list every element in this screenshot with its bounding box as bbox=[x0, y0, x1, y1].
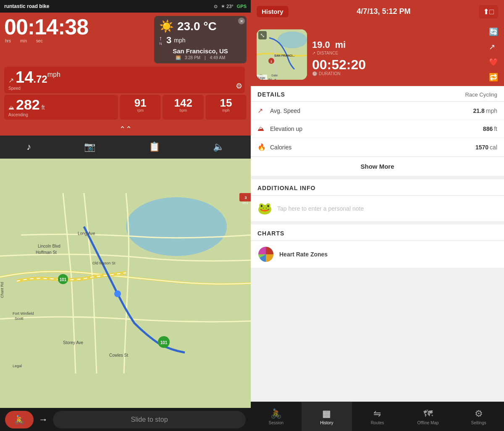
toolbar: ♪ 📷 📋 🔈 bbox=[0, 136, 251, 159]
arrow-icon: → bbox=[39, 414, 48, 425]
calories-value: 1570 bbox=[475, 144, 488, 151]
calories-unit: cal bbox=[490, 144, 497, 151]
svg-text:Legal: Legal bbox=[13, 364, 22, 368]
additional-info-title: ADDITIONAL INFO bbox=[257, 185, 315, 191]
music-icon[interactable]: ♪ bbox=[26, 141, 31, 152]
routes-tab-label: Routes bbox=[371, 421, 384, 425]
bpm-value: 142 bbox=[166, 97, 200, 108]
distance-display: 19.0 mi bbox=[312, 33, 484, 51]
sunrise-icon: 🌅 bbox=[176, 55, 181, 60]
ascending-value: 282 bbox=[16, 97, 40, 112]
charts-header: CHARTS bbox=[251, 225, 504, 241]
calories-row: 🔥 Calories 1570 cal bbox=[251, 138, 504, 157]
ascending-box: ⛰ 282 ft Ascending bbox=[4, 95, 118, 120]
share-side-icon[interactable]: 🔁 bbox=[489, 73, 498, 82]
route-icon[interactable]: 📋 bbox=[149, 141, 160, 152]
speed-value: 14.72mph bbox=[16, 69, 60, 85]
tab-session[interactable]: 🚴 Session bbox=[251, 402, 302, 431]
voice-icon[interactable]: 🔈 bbox=[213, 141, 224, 152]
distance-unit: mi bbox=[335, 39, 346, 50]
distance-label: ↗ DISTANCE bbox=[312, 51, 484, 55]
svg-text:SAN FRANCI...: SAN FRANCI... bbox=[274, 54, 295, 57]
max-speed-label: mph bbox=[209, 108, 243, 112]
compass-icon: ⊙ bbox=[214, 4, 218, 9]
heart-rate-chart-row[interactable]: Heart Rate Zones bbox=[251, 241, 504, 268]
svg-text:Gate: Gate bbox=[271, 74, 278, 77]
heart-icon[interactable]: ❤️ bbox=[489, 57, 498, 67]
svg-text:Legal: Legal bbox=[258, 76, 265, 80]
slide-text[interactable]: Slide to stop bbox=[53, 411, 246, 428]
speed-icon: ↗ bbox=[8, 76, 14, 84]
share-button[interactable]: ⬆□ bbox=[479, 5, 498, 18]
details-header: DETAILS Race Cycling bbox=[251, 86, 504, 102]
svg-text:3: 3 bbox=[244, 196, 247, 200]
tab-offline-map[interactable]: 🗺 Offline Map bbox=[403, 402, 454, 431]
bpm-label: bpm bbox=[166, 108, 200, 112]
speed-row: ↗ 14.72mph Speed ⚙ bbox=[4, 67, 247, 93]
expand-icon: ⤡ bbox=[258, 31, 267, 39]
tab-routes[interactable]: ⇋ Routes bbox=[352, 402, 403, 431]
gear-icon[interactable]: ⚙ bbox=[236, 81, 242, 91]
history-button[interactable]: History bbox=[257, 6, 289, 17]
map-area[interactable]: 101 101 Lincoln Blvd Hoffman St Long Ave… bbox=[0, 159, 251, 408]
details-section: DETAILS Race Cycling ↗ Avg. Speed 21.8 m… bbox=[251, 86, 504, 176]
distance-label-text: DISTANCE bbox=[317, 51, 338, 55]
avg-speed-label: Avg. Speed bbox=[270, 107, 473, 114]
svg-text:Bri...e: Bri...e bbox=[268, 78, 276, 80]
additional-info-section: ADDITIONAL INFO 🐸 Tap here to enter a pe… bbox=[251, 179, 504, 221]
svg-text:Cowles St: Cowles St bbox=[109, 353, 128, 358]
svg-text:Long Ave: Long Ave bbox=[78, 231, 95, 236]
speed-integer: 14 bbox=[16, 68, 33, 86]
additional-info-header: ADDITIONAL INFO bbox=[251, 179, 504, 196]
elevation-value: 886 bbox=[483, 125, 493, 132]
share-icon: ⬆□ bbox=[483, 8, 494, 16]
wind-speed: 3 bbox=[166, 35, 171, 46]
ascending-display: ⛰ 282 ft bbox=[8, 97, 114, 112]
details-type: Race Cycling bbox=[465, 91, 497, 98]
tab-settings[interactable]: ⚙ Settings bbox=[453, 402, 504, 431]
timer-labels: hrs min sec bbox=[4, 39, 88, 43]
history-tab-icon: ▦ bbox=[322, 408, 331, 419]
show-more-label: Show More bbox=[360, 163, 394, 170]
route-side-icon[interactable]: ↗ bbox=[489, 42, 498, 52]
svg-point-1 bbox=[126, 197, 227, 256]
activity-date: 4/7/13, 5:12 PM bbox=[357, 7, 410, 16]
camera-icon[interactable]: 📷 bbox=[84, 141, 95, 152]
show-more-button[interactable]: Show More bbox=[251, 157, 504, 176]
rpm-metric: 91 rpm bbox=[120, 95, 161, 120]
summary-side-icons: 🔄 ↗ ❤️ 🔁 bbox=[489, 27, 498, 82]
activity-summary: ⤡ L Gate Bri...e SAN FRANCI... 1 Legal bbox=[251, 23, 504, 86]
max-speed-metric: 15 mph bbox=[205, 95, 247, 120]
chevron-bar[interactable]: ⌃⌃ bbox=[0, 123, 251, 136]
map-thumbnail[interactable]: ⤡ L Gate Bri...e SAN FRANCI... 1 Legal bbox=[257, 29, 307, 80]
sunset-time: 4:49 AM bbox=[210, 55, 226, 60]
elevation-icon: ⛰ bbox=[257, 125, 270, 133]
weather-status: ☀ 23° bbox=[221, 4, 234, 9]
timer-row: 00:14:38 hrs min sec ✕ ☀️ 23.0 °C ↑ N bbox=[4, 16, 247, 63]
gps-status: GPS bbox=[237, 4, 247, 9]
charts-section: CHARTS Heart Rate Zones bbox=[251, 225, 504, 268]
wind-unit: mph bbox=[174, 37, 185, 44]
stop-button[interactable]: 🚴 bbox=[5, 411, 34, 428]
calories-label: Calories bbox=[270, 144, 475, 151]
svg-text:Hoffman St: Hoffman St bbox=[36, 250, 57, 255]
note-row[interactable]: 🐸 Tap here to enter a personal note bbox=[251, 196, 504, 221]
location-name: San Francisco, US bbox=[159, 47, 242, 55]
sync-icon[interactable]: 🔄 bbox=[489, 27, 498, 37]
map-svg: 101 101 Lincoln Blvd Hoffman St Long Ave… bbox=[0, 159, 251, 408]
summary-stats: 19.0 mi ↗ DISTANCE 00:52:20 🕐 DURATION bbox=[312, 33, 484, 76]
left-panel: runtastic road bike ⊙ ☀ 23° GPS 00:14:38… bbox=[0, 0, 251, 431]
elevation-row: ⛰ Elevation up 886 ft bbox=[251, 120, 504, 138]
status-bar: runtastic road bike ⊙ ☀ 23° GPS bbox=[0, 0, 251, 13]
elevation-unit: ft bbox=[494, 125, 497, 132]
ascending-row: ⛰ 282 ft Ascending 91 rpm 142 bpm 15 mph bbox=[4, 95, 247, 123]
close-weather-button[interactable]: ✕ bbox=[238, 18, 245, 24]
svg-text:101: 101 bbox=[60, 277, 67, 282]
right-header: History 4/7/13, 5:12 PM ⬆□ bbox=[251, 0, 504, 23]
svg-text:1: 1 bbox=[270, 60, 272, 63]
ascending-label: Ascending bbox=[8, 112, 114, 117]
svg-point-2 bbox=[114, 290, 121, 297]
routes-tab-icon: ⇋ bbox=[373, 408, 381, 419]
svg-text:00:1: 00:1 bbox=[242, 201, 248, 204]
tab-history[interactable]: ▦ History bbox=[302, 402, 352, 431]
